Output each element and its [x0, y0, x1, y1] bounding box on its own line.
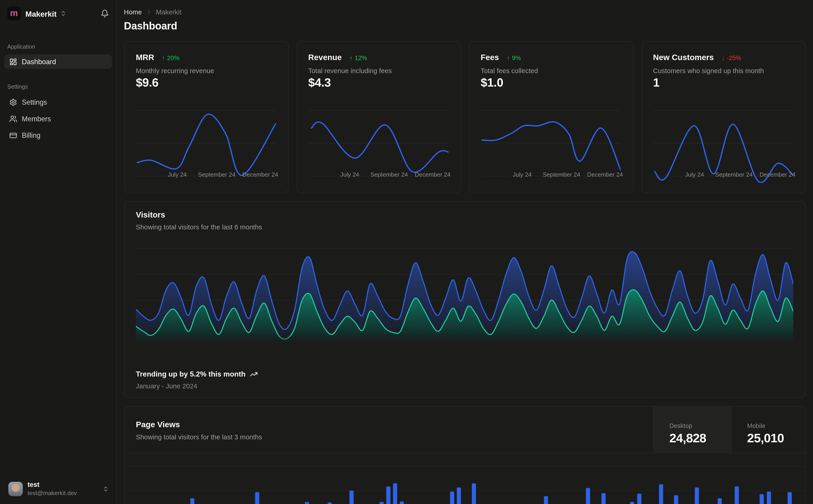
- bell-icon[interactable]: [101, 9, 109, 18]
- page-views-header: Page Views Showing total visitors for th…: [124, 407, 805, 453]
- arrow-down-icon: ↓: [722, 54, 725, 62]
- segment-value: 25,010: [747, 431, 806, 445]
- bar: [457, 487, 461, 504]
- arrow-up-icon: ↑: [162, 54, 165, 62]
- stat-subtitle: Total fees collected: [481, 67, 538, 74]
- bar: [472, 483, 476, 504]
- bar: [760, 494, 764, 504]
- app-window: m Makerkit Application Dashboard Set: [0, 0, 813, 504]
- visitors-subtitle: Showing total visitors for the last 6 mo…: [136, 223, 262, 231]
- bar: [674, 495, 678, 504]
- stat-value: $9.6: [136, 76, 158, 90]
- visitors-title: Visitors: [136, 210, 165, 220]
- users-icon: [9, 115, 17, 122]
- trend-badge: ↓-25%: [722, 54, 741, 62]
- workspace-name: Makerkit: [25, 9, 56, 18]
- credit-card-icon: [9, 131, 17, 139]
- segment-desktop[interactable]: Desktop 24,828: [654, 407, 731, 453]
- visitors-area-chart: [136, 246, 793, 347]
- section-label-settings: Settings: [4, 83, 112, 90]
- axis-tick: July 24: [513, 171, 532, 178]
- arrow-up-icon: ↑: [349, 54, 353, 62]
- segment-mobile[interactable]: Mobile 25,010: [731, 407, 806, 453]
- bar: [586, 488, 590, 504]
- chevrons-up-down-icon: [60, 10, 66, 16]
- trend-badge: ↑12%: [349, 54, 367, 62]
- bar: [255, 492, 259, 504]
- gridline: [124, 491, 805, 491]
- sidebar-item-label: Settings: [22, 98, 47, 106]
- breadcrumb-current: Makerkit: [156, 8, 181, 16]
- sidebar: m Makerkit Application Dashboard Set: [0, 0, 117, 504]
- axis-tick: September 24: [198, 171, 236, 178]
- date-range: January - June 2024: [136, 382, 197, 390]
- segment-label: Mobile: [747, 422, 806, 430]
- stat-subtitle: Customers who signed up this month: [653, 67, 764, 74]
- stat-cards-row: MRR ↑20% Monthly recurring revenue $9.6 …: [124, 41, 806, 193]
- breadcrumb: Home Makerkit: [124, 0, 806, 16]
- axis-tick: September 24: [543, 171, 580, 178]
- section-label-application: Application: [4, 43, 112, 50]
- stat-title: New Customers: [653, 53, 714, 62]
- page-views-bar-chart: [124, 453, 805, 504]
- sidebar-item-billing[interactable]: Billing: [4, 128, 112, 142]
- user-email: test@makerkit.dev: [27, 490, 77, 497]
- stat-card-revenue: Revenue ↑12% Total revenue including fee…: [296, 41, 461, 193]
- bar: [718, 498, 722, 504]
- breadcrumb-home[interactable]: Home: [124, 8, 142, 16]
- avatar: [8, 482, 23, 496]
- bar: [190, 498, 194, 504]
- bar: [305, 502, 309, 504]
- stat-card-fees: Fees ↑9% Total fees collected $1.0 July …: [469, 41, 634, 193]
- sidebar-item-dashboard[interactable]: Dashboard: [4, 54, 112, 69]
- bar: [450, 492, 454, 504]
- page-title: Dashboard: [124, 20, 806, 32]
- sidebar-item-settings[interactable]: Settings: [4, 95, 112, 109]
- bar: [380, 502, 384, 504]
- chevrons-up-down-icon: [103, 486, 109, 492]
- bar: [767, 492, 771, 504]
- user-name: test: [27, 481, 77, 489]
- axis-tick: September 24: [371, 171, 408, 178]
- stat-subtitle: Monthly recurring revenue: [136, 67, 214, 74]
- bar: [735, 486, 739, 504]
- bar: [637, 494, 641, 504]
- bar: [544, 496, 548, 504]
- bar: [788, 492, 792, 504]
- stat-title: Revenue: [308, 53, 342, 62]
- user-menu[interactable]: test test@makerkit.dev: [0, 476, 116, 504]
- bar: [393, 483, 397, 504]
- makerkit-logo: m: [7, 7, 21, 20]
- sidebar-item-members[interactable]: Members: [4, 111, 112, 126]
- bar: [400, 501, 404, 504]
- stat-value: $1.0: [481, 76, 503, 90]
- arrow-up-icon: ↑: [507, 54, 510, 62]
- stat-card-new-customers: New Customers ↓-25% Customers who signed…: [641, 41, 806, 193]
- axis-tick: July 24: [340, 171, 359, 178]
- axis-tick: September 24: [715, 171, 753, 178]
- axis-tick: December 24: [760, 171, 795, 178]
- workspace-selector[interactable]: m Makerkit: [7, 6, 109, 21]
- trending-up-icon: [250, 370, 258, 378]
- page-views-card: Page Views Showing total visitors for th…: [124, 406, 806, 504]
- page-views-subtitle: Showing total visitors for the last 3 mo…: [136, 433, 262, 441]
- stat-value: 1: [653, 76, 660, 90]
- bar: [630, 502, 634, 504]
- bar: [659, 484, 663, 504]
- trend-summary: Trending up by 5.2% this month: [136, 370, 246, 378]
- sidebar-nav: Application Dashboard Settings Settings: [0, 21, 116, 143]
- dashboard-icon: [9, 58, 17, 66]
- chevron-right-icon: [145, 9, 152, 16]
- sidebar-item-label: Billing: [22, 131, 40, 139]
- trend-badge: ↑20%: [162, 54, 179, 62]
- axis-tick: July 24: [685, 171, 704, 178]
- segment-value: 24,828: [669, 431, 731, 445]
- bar: [328, 502, 332, 504]
- segment-label: Desktop: [669, 422, 731, 430]
- gear-icon: [9, 98, 17, 106]
- stat-title: MRR: [136, 53, 154, 62]
- page-views-title: Page Views: [136, 420, 180, 430]
- sidebar-item-label: Dashboard: [22, 58, 56, 66]
- axis-tick: December 24: [243, 171, 278, 178]
- main-content: Home Makerkit Dashboard MRR ↑20% Monthly…: [117, 0, 813, 504]
